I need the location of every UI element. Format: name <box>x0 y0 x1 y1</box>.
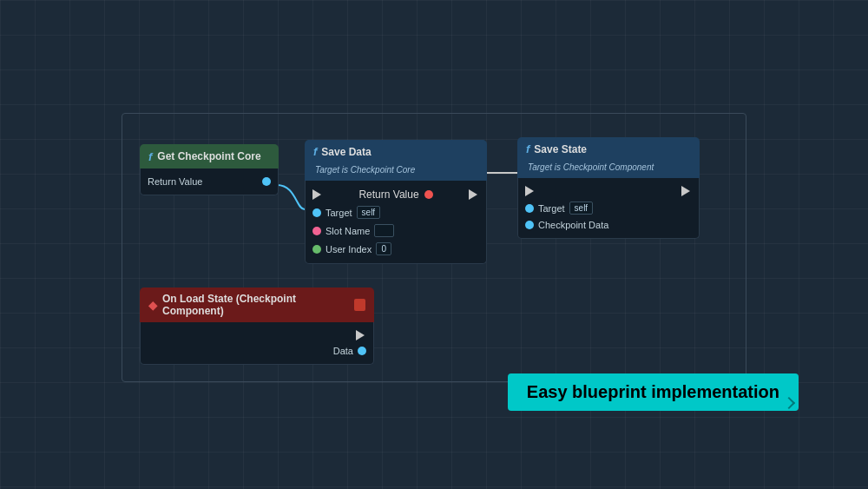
callout-tooltip: Easy blueprint implementation <box>508 373 799 411</box>
on-load-data-row: Data <box>141 343 373 359</box>
save-state-header: f Save State Target is Checkpoint Compon… <box>517 137 700 178</box>
node-save-data: f Save Data Target is Checkpoint Core Re… <box>305 140 487 264</box>
save-state-checkpoint-row: Checkpoint Data <box>518 217 699 233</box>
save-state-subtitle: Target is Checkpoint Component <box>528 162 654 172</box>
callout-text: Easy blueprint implementation <box>527 382 779 401</box>
save-data-subtitle: Target is Checkpoint Core <box>315 165 415 175</box>
save-data-exec-out <box>469 189 479 200</box>
on-load-header: ◆ On Load State (Checkpoint Component) <box>140 287 374 322</box>
save-state-exec-row <box>518 183 699 199</box>
save-data-slot-value <box>374 224 394 237</box>
on-load-exec-row <box>141 327 373 343</box>
save-data-title-row: f Save Data <box>313 145 372 158</box>
on-load-data-pin <box>358 347 366 355</box>
node-on-load-state: ◆ On Load State (Checkpoint Component) D… <box>140 287 374 365</box>
save-state-title-row: f Save State <box>526 142 587 155</box>
save-data-userindex-pin <box>312 245 321 254</box>
save-data-return-label: Return Value <box>358 188 418 201</box>
save-state-target-label: Target <box>538 203 565 214</box>
blueprint-container: f Get Checkpoint Core Return Value f Sav… <box>122 113 746 382</box>
save-state-target-value: self <box>569 202 594 215</box>
save-data-func-icon: f <box>313 145 317 158</box>
on-load-diamond-icon: ◆ <box>148 299 157 312</box>
save-state-target-row: Target self <box>518 199 699 217</box>
save-data-subtitle-row: Target is Checkpoint Core <box>313 163 415 175</box>
node-get-checkpoint-header: f Get Checkpoint Core <box>140 144 279 169</box>
save-data-target-value: self <box>357 206 381 219</box>
save-data-target-pin <box>312 208 321 217</box>
save-data-slot-pin <box>312 227 321 235</box>
save-data-exec-row: Return Value <box>306 186 486 203</box>
save-state-checkpoint-pin <box>525 221 534 229</box>
save-state-title: Save State <box>534 143 587 155</box>
get-checkpoint-body: Return Value <box>140 169 279 195</box>
return-value-row: Return Value <box>141 174 278 189</box>
save-data-body: Return Value Target self Slot Name <box>305 181 487 264</box>
on-load-data-label: Data <box>333 346 353 356</box>
save-data-userindex-value: 0 <box>376 242 391 255</box>
save-state-exec-in <box>525 186 536 196</box>
on-load-body: Data <box>140 322 374 365</box>
save-data-title: Save Data <box>321 146 371 158</box>
save-data-userindex-label: User Index <box>326 244 372 254</box>
save-state-checkpoint-label: Checkpoint Data <box>538 220 608 230</box>
save-state-subtitle-row: Target is Checkpoint Component <box>526 161 654 173</box>
save-data-exec-in <box>312 189 323 200</box>
save-state-target-pin <box>525 204 534 213</box>
on-load-title: On Load State (Checkpoint Component) <box>162 293 349 317</box>
on-load-red-box <box>354 299 365 311</box>
save-data-slot-label: Slot Name <box>326 226 370 236</box>
save-state-func-icon: f <box>526 142 529 155</box>
save-data-slot-row: Slot Name <box>306 221 486 240</box>
save-data-target-label: Target <box>326 208 352 218</box>
node-save-state: f Save State Target is Checkpoint Compon… <box>517 137 700 239</box>
get-checkpoint-title: Get Checkpoint Core <box>157 150 260 162</box>
save-data-return-pin <box>424 190 433 199</box>
canvas-background: f Get Checkpoint Core Return Value f Sav… <box>0 0 868 489</box>
save-state-exec-out <box>681 186 692 196</box>
save-data-userindex-row: User Index 0 <box>306 240 486 258</box>
save-state-body: Target self Checkpoint Data <box>517 178 700 239</box>
return-value-pin <box>262 177 271 186</box>
func-icon: f <box>148 150 152 163</box>
save-data-target-row: Target self <box>306 203 486 221</box>
return-value-label: Return Value <box>148 176 202 187</box>
save-data-header: f Save Data Target is Checkpoint Core <box>305 140 487 181</box>
node-get-checkpoint-core: f Get Checkpoint Core Return Value <box>140 144 279 195</box>
on-load-exec-out <box>356 330 366 340</box>
